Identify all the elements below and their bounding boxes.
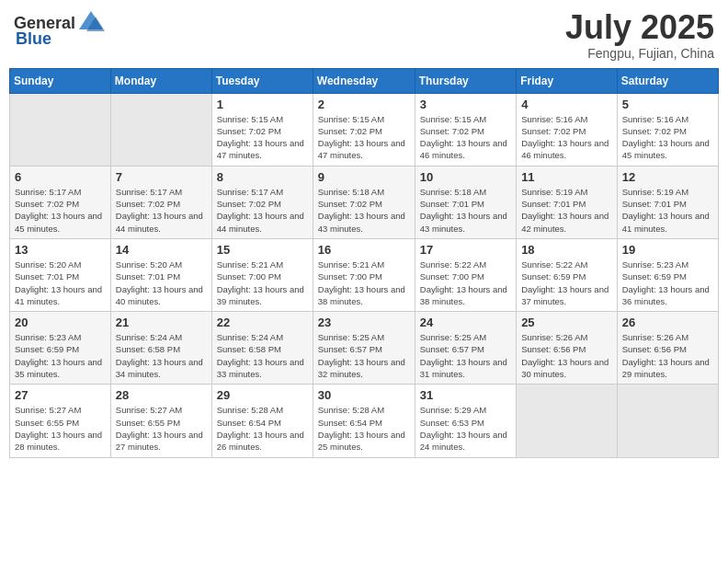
calendar-cell: 25Sunrise: 5:26 AM Sunset: 6:56 PM Dayli…	[517, 312, 618, 385]
calendar-cell: 24Sunrise: 5:25 AM Sunset: 6:57 PM Dayli…	[415, 312, 516, 385]
day-number: 19	[622, 243, 713, 257]
day-info: Sunrise: 5:20 AM Sunset: 7:01 PM Dayligh…	[116, 259, 207, 307]
day-number: 11	[521, 170, 612, 184]
calendar-cell: 14Sunrise: 5:20 AM Sunset: 7:01 PM Dayli…	[110, 238, 211, 311]
day-info: Sunrise: 5:24 AM Sunset: 6:58 PM Dayligh…	[217, 331, 308, 380]
day-number: 1	[217, 98, 308, 111]
day-info: Sunrise: 5:17 AM Sunset: 7:02 PM Dayligh…	[15, 186, 106, 235]
day-info: Sunrise: 5:22 AM Sunset: 6:59 PM Dayligh…	[521, 259, 612, 307]
day-info: Sunrise: 5:27 AM Sunset: 6:55 PM Dayligh…	[116, 404, 207, 453]
day-number: 10	[420, 170, 511, 184]
day-number: 14	[116, 243, 207, 257]
calendar-cell: 7Sunrise: 5:17 AM Sunset: 7:02 PM Daylig…	[110, 166, 211, 238]
weekday-header-row: SundayMondayTuesdayWednesdayThursdayFrid…	[10, 68, 719, 93]
day-info: Sunrise: 5:21 AM Sunset: 7:00 PM Dayligh…	[318, 259, 410, 307]
calendar-cell: 18Sunrise: 5:22 AM Sunset: 6:59 PM Dayli…	[517, 238, 618, 311]
calendar-week-4: 20Sunrise: 5:23 AM Sunset: 6:59 PM Dayli…	[10, 312, 719, 385]
day-number: 25	[521, 316, 612, 329]
calendar-week-5: 27Sunrise: 5:27 AM Sunset: 6:55 PM Dayli…	[10, 385, 719, 457]
day-info: Sunrise: 5:17 AM Sunset: 7:02 PM Dayligh…	[116, 186, 207, 235]
day-number: 9	[318, 170, 410, 184]
day-number: 24	[420, 316, 511, 329]
page-header: General Blue July 2025 Fengpu, Fujian, C…	[9, 9, 719, 61]
day-info: Sunrise: 5:22 AM Sunset: 7:00 PM Dayligh…	[420, 259, 511, 307]
day-number: 16	[318, 243, 410, 257]
day-number: 27	[15, 388, 106, 402]
calendar-body: 1Sunrise: 5:15 AM Sunset: 7:02 PM Daylig…	[10, 93, 719, 457]
calendar-cell: 1Sunrise: 5:15 AM Sunset: 7:02 PM Daylig…	[211, 93, 313, 166]
calendar-cell: 13Sunrise: 5:20 AM Sunset: 7:01 PM Dayli…	[10, 238, 111, 311]
day-number: 17	[420, 243, 511, 257]
day-number: 8	[217, 170, 308, 184]
calendar: SundayMondayTuesdayWednesdayThursdayFrid…	[9, 68, 719, 458]
day-info: Sunrise: 5:20 AM Sunset: 7:01 PM Dayligh…	[15, 259, 106, 307]
title-area: July 2025 Fengpu, Fujian, China	[565, 9, 714, 61]
calendar-week-1: 1Sunrise: 5:15 AM Sunset: 7:02 PM Daylig…	[10, 93, 719, 166]
calendar-cell: 21Sunrise: 5:24 AM Sunset: 6:58 PM Dayli…	[110, 312, 211, 385]
day-info: Sunrise: 5:23 AM Sunset: 6:59 PM Dayligh…	[15, 331, 106, 380]
day-info: Sunrise: 5:17 AM Sunset: 7:02 PM Dayligh…	[217, 186, 308, 235]
calendar-cell	[10, 93, 111, 166]
day-number: 23	[318, 316, 410, 329]
day-info: Sunrise: 5:19 AM Sunset: 7:01 PM Dayligh…	[521, 186, 612, 235]
day-number: 20	[15, 316, 106, 329]
day-number: 4	[521, 98, 612, 111]
day-number: 13	[15, 243, 106, 257]
day-number: 31	[420, 388, 511, 402]
calendar-week-2: 6Sunrise: 5:17 AM Sunset: 7:02 PM Daylig…	[10, 166, 719, 238]
day-info: Sunrise: 5:26 AM Sunset: 6:56 PM Dayligh…	[521, 331, 612, 380]
day-number: 2	[318, 98, 410, 111]
calendar-cell: 8Sunrise: 5:17 AM Sunset: 7:02 PM Daylig…	[211, 166, 313, 238]
day-info: Sunrise: 5:19 AM Sunset: 7:01 PM Dayligh…	[622, 186, 713, 235]
day-info: Sunrise: 5:25 AM Sunset: 6:57 PM Dayligh…	[420, 331, 511, 380]
calendar-cell: 9Sunrise: 5:18 AM Sunset: 7:02 PM Daylig…	[313, 166, 415, 238]
calendar-cell: 27Sunrise: 5:27 AM Sunset: 6:55 PM Dayli…	[10, 385, 111, 457]
day-number: 30	[318, 388, 410, 402]
calendar-cell: 17Sunrise: 5:22 AM Sunset: 7:00 PM Dayli…	[415, 238, 516, 311]
day-number: 5	[622, 98, 713, 111]
day-info: Sunrise: 5:25 AM Sunset: 6:57 PM Dayligh…	[318, 331, 410, 380]
day-info: Sunrise: 5:16 AM Sunset: 7:02 PM Dayligh…	[622, 113, 713, 162]
day-info: Sunrise: 5:24 AM Sunset: 6:58 PM Dayligh…	[116, 331, 207, 380]
calendar-cell: 30Sunrise: 5:28 AM Sunset: 6:54 PM Dayli…	[313, 385, 415, 457]
calendar-cell: 6Sunrise: 5:17 AM Sunset: 7:02 PM Daylig…	[10, 166, 111, 238]
calendar-cell: 4Sunrise: 5:16 AM Sunset: 7:02 PM Daylig…	[517, 93, 618, 166]
day-number: 3	[420, 98, 511, 111]
calendar-cell: 3Sunrise: 5:15 AM Sunset: 7:02 PM Daylig…	[415, 93, 516, 166]
weekday-header-friday: Friday	[517, 68, 618, 93]
calendar-cell: 16Sunrise: 5:21 AM Sunset: 7:00 PM Dayli…	[313, 238, 415, 311]
calendar-cell: 11Sunrise: 5:19 AM Sunset: 7:01 PM Dayli…	[517, 166, 618, 238]
day-info: Sunrise: 5:28 AM Sunset: 6:54 PM Dayligh…	[318, 404, 410, 453]
day-info: Sunrise: 5:15 AM Sunset: 7:02 PM Dayligh…	[318, 113, 410, 162]
calendar-cell	[617, 385, 718, 457]
weekday-header-saturday: Saturday	[617, 68, 718, 93]
day-info: Sunrise: 5:15 AM Sunset: 7:02 PM Dayligh…	[420, 113, 511, 162]
calendar-cell: 31Sunrise: 5:29 AM Sunset: 6:53 PM Dayli…	[415, 385, 516, 457]
logo-icon	[77, 9, 105, 37]
calendar-cell: 26Sunrise: 5:26 AM Sunset: 6:56 PM Dayli…	[617, 312, 718, 385]
weekday-header-wednesday: Wednesday	[313, 68, 415, 93]
calendar-cell: 23Sunrise: 5:25 AM Sunset: 6:57 PM Dayli…	[313, 312, 415, 385]
day-info: Sunrise: 5:27 AM Sunset: 6:55 PM Dayligh…	[15, 404, 106, 453]
weekday-header-sunday: Sunday	[10, 68, 111, 93]
calendar-cell: 28Sunrise: 5:27 AM Sunset: 6:55 PM Dayli…	[110, 385, 211, 457]
day-info: Sunrise: 5:16 AM Sunset: 7:02 PM Dayligh…	[521, 113, 612, 162]
logo-text-blue: Blue	[16, 29, 51, 49]
day-info: Sunrise: 5:21 AM Sunset: 7:00 PM Dayligh…	[217, 259, 308, 307]
logo: General Blue	[14, 9, 105, 49]
calendar-cell	[110, 93, 211, 166]
day-info: Sunrise: 5:28 AM Sunset: 6:54 PM Dayligh…	[217, 404, 308, 453]
calendar-cell	[517, 385, 618, 457]
calendar-cell: 29Sunrise: 5:28 AM Sunset: 6:54 PM Dayli…	[211, 385, 313, 457]
day-number: 29	[217, 388, 308, 402]
day-number: 18	[521, 243, 612, 257]
day-info: Sunrise: 5:23 AM Sunset: 6:59 PM Dayligh…	[622, 259, 713, 307]
day-number: 12	[622, 170, 713, 184]
day-info: Sunrise: 5:29 AM Sunset: 6:53 PM Dayligh…	[420, 404, 511, 453]
weekday-header-monday: Monday	[110, 68, 211, 93]
day-info: Sunrise: 5:18 AM Sunset: 7:02 PM Dayligh…	[318, 186, 410, 235]
calendar-cell: 5Sunrise: 5:16 AM Sunset: 7:02 PM Daylig…	[617, 93, 718, 166]
day-info: Sunrise: 5:18 AM Sunset: 7:01 PM Dayligh…	[420, 186, 511, 235]
calendar-cell: 10Sunrise: 5:18 AM Sunset: 7:01 PM Dayli…	[415, 166, 516, 238]
month-title: July 2025	[565, 9, 714, 46]
